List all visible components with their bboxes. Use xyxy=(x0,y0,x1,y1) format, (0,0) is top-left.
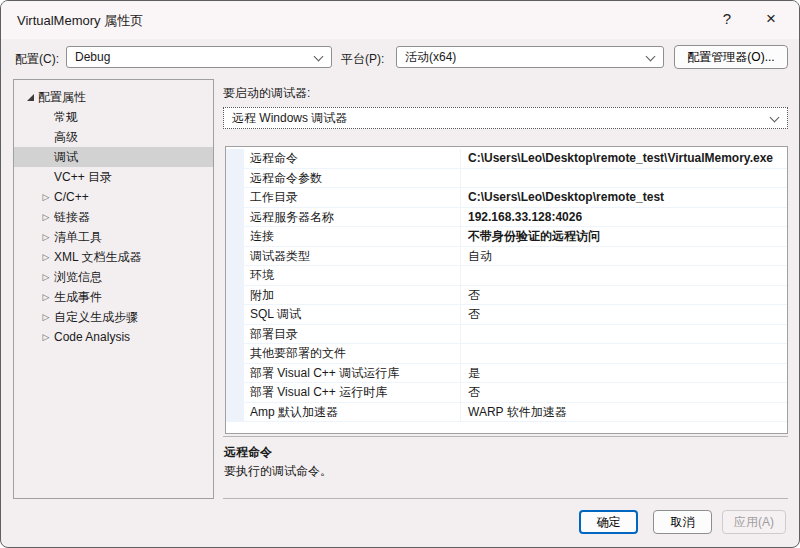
row-margin xyxy=(226,227,244,246)
property-label: Amp 默认加速器 xyxy=(244,403,460,422)
tree-item[interactable]: ▷C/C++ xyxy=(14,187,213,207)
configuration-value: Debug xyxy=(75,50,110,64)
config-tree: 配置属性常规高级调试VC++ 目录▷C/C++▷链接器▷清单工具▷XML 文档生… xyxy=(13,79,214,499)
property-label: 远程命令参数 xyxy=(244,169,460,188)
tree-collapsed-icon[interactable]: ▷ xyxy=(38,212,54,222)
property-label: 环境 xyxy=(244,266,460,285)
tree-item[interactable]: ▷自定义生成步骤 xyxy=(14,307,213,327)
property-row[interactable]: 环境 xyxy=(226,266,787,286)
property-value[interactable]: 自动 xyxy=(460,247,787,266)
property-row[interactable]: 远程命令C:\Users\Leo\Desktop\remote_test\Vir… xyxy=(226,149,787,169)
apply-button[interactable]: 应用(A) xyxy=(722,510,786,534)
property-row[interactable]: 其他要部署的文件 xyxy=(226,344,787,364)
debugger-select[interactable]: 远程 Windows 调试器 xyxy=(223,107,788,129)
property-row[interactable]: 连接不带身份验证的远程访问 xyxy=(226,227,787,247)
description-separator xyxy=(223,498,788,499)
help-icon[interactable]: ? xyxy=(705,1,749,37)
tree-collapsed-icon[interactable]: ▷ xyxy=(38,332,54,342)
property-row[interactable]: 远程命令参数 xyxy=(226,169,787,189)
property-label: 远程命令 xyxy=(244,149,460,168)
row-margin xyxy=(226,208,244,227)
row-margin xyxy=(226,169,244,188)
tree-item-label: Code Analysis xyxy=(54,330,130,344)
tree-item[interactable]: 配置属性 xyxy=(14,87,213,107)
tree-item[interactable]: 调试 xyxy=(14,147,213,167)
configuration-manager-button[interactable]: 配置管理器(O)... xyxy=(674,45,788,69)
tree-item[interactable]: VC++ 目录 xyxy=(14,167,213,187)
property-value[interactable] xyxy=(460,169,787,188)
tree-collapsed-icon[interactable]: ▷ xyxy=(38,292,54,302)
tree-item[interactable]: ▷清单工具 xyxy=(14,227,213,247)
property-label: 调试器类型 xyxy=(244,247,460,266)
tree-collapsed-icon[interactable]: ▷ xyxy=(38,192,54,202)
platform-select[interactable]: 活动(x64) xyxy=(396,46,664,68)
property-value[interactable]: 否 xyxy=(460,383,787,402)
property-row[interactable]: 部署 Visual C++ 运行时库否 xyxy=(226,383,787,403)
tree-collapsed-icon[interactable]: ▷ xyxy=(38,312,54,322)
tree-item[interactable]: ▷Code Analysis xyxy=(14,327,213,347)
tree-expanded-icon xyxy=(27,94,34,101)
tree-item[interactable]: 高级 xyxy=(14,127,213,147)
tree-collapsed-icon[interactable]: ▷ xyxy=(38,252,54,262)
row-margin xyxy=(226,305,244,324)
property-label: 其他要部署的文件 xyxy=(244,344,460,363)
property-value[interactable]: 不带身份验证的远程访问 xyxy=(460,227,787,246)
chevron-down-icon xyxy=(646,52,656,62)
property-value[interactable]: 是 xyxy=(460,364,787,383)
ok-button[interactable]: 确定 xyxy=(579,510,638,534)
tree-item-label: 高级 xyxy=(54,129,78,146)
cancel-button[interactable]: 取消 xyxy=(653,510,712,534)
property-value[interactable] xyxy=(460,344,787,363)
platform-label: 平台(P): xyxy=(341,51,384,68)
property-pages-dialog: VirtualMemory 属性页 ? × 配置(C): Debug 平台(P)… xyxy=(0,0,800,548)
property-label: 远程服务器名称 xyxy=(244,208,460,227)
debugger-to-launch-label: 要启动的调试器: xyxy=(223,85,310,102)
chevron-down-icon xyxy=(314,52,324,62)
property-value[interactable]: C:\Users\Leo\Desktop\remote_test xyxy=(460,188,787,207)
property-row[interactable]: 部署 Visual C++ 调试运行库是 xyxy=(226,364,787,384)
configuration-select[interactable]: Debug xyxy=(66,46,332,68)
tree-item-label: VC++ 目录 xyxy=(54,169,112,186)
property-value[interactable] xyxy=(460,325,787,344)
property-row[interactable]: 部署目录 xyxy=(226,325,787,345)
tree-collapsed-icon[interactable]: ▷ xyxy=(38,272,54,282)
tree-item[interactable]: ▷生成事件 xyxy=(14,287,213,307)
property-row[interactable]: 工作目录C:\Users\Leo\Desktop\remote_test xyxy=(226,188,787,208)
property-row[interactable]: SQL 调试否 xyxy=(226,305,787,325)
property-row[interactable]: Amp 默认加速器WARP 软件加速器 xyxy=(226,403,787,423)
tree-item-label: 调试 xyxy=(54,149,78,166)
property-label: 附加 xyxy=(244,286,460,305)
tree-item[interactable]: ▷链接器 xyxy=(14,207,213,227)
property-value[interactable]: WARP 软件加速器 xyxy=(460,403,787,422)
property-row[interactable]: 调试器类型自动 xyxy=(226,247,787,267)
property-value[interactable]: C:\Users\Leo\Desktop\remote_test\Virtual… xyxy=(460,149,787,168)
tree-item-label: C/C++ xyxy=(54,190,89,204)
window-title: VirtualMemory 属性页 xyxy=(17,12,143,30)
row-margin xyxy=(226,266,244,285)
property-row[interactable]: 远程服务器名称192.168.33.128:4026 xyxy=(226,208,787,228)
close-icon[interactable]: × xyxy=(749,1,793,37)
debugger-value: 远程 Windows 调试器 xyxy=(232,111,347,125)
tree-item[interactable]: ▷XML 文档生成器 xyxy=(14,247,213,267)
row-margin xyxy=(226,364,244,383)
description-text: 要执行的调试命令。 xyxy=(224,463,332,480)
tree-collapsed-icon[interactable]: ▷ xyxy=(38,232,54,242)
tree-expander[interactable] xyxy=(22,94,38,101)
property-label: 部署目录 xyxy=(244,325,460,344)
property-value[interactable]: 192.168.33.128:4026 xyxy=(460,208,787,227)
property-row[interactable]: 附加否 xyxy=(226,286,787,306)
tree-item-label: 清单工具 xyxy=(54,229,102,246)
tree-item-label: 常规 xyxy=(54,109,78,126)
row-margin xyxy=(226,344,244,363)
tree-item[interactable]: ▷浏览信息 xyxy=(14,267,213,287)
tree-item[interactable]: 常规 xyxy=(14,107,213,127)
property-value[interactable] xyxy=(460,266,787,285)
property-value[interactable]: 否 xyxy=(460,305,787,324)
row-margin xyxy=(226,403,244,422)
tree-item-label: XML 文档生成器 xyxy=(54,249,142,266)
property-label: SQL 调试 xyxy=(244,305,460,324)
titlebar: VirtualMemory 属性页 ? × xyxy=(1,1,799,39)
property-value[interactable]: 否 xyxy=(460,286,787,305)
tree-item-label: 链接器 xyxy=(54,209,90,226)
tree-item-label: 配置属性 xyxy=(38,89,86,106)
